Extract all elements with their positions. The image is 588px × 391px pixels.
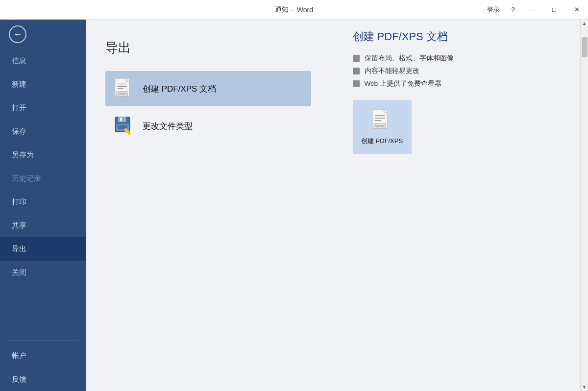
scroll-down-arrow[interactable]: ▼: [581, 383, 588, 391]
sidebar-item-new[interactable]: 新建: [0, 73, 86, 96]
pdf-xps-icon: [114, 78, 134, 99]
bullet-icon-2: [353, 68, 360, 74]
feature-item-1: 保留布局、格式、字体和图像: [353, 54, 566, 63]
create-pdf-button[interactable]: 创建 PDF/XPS: [353, 100, 412, 154]
sidebar-item-export[interactable]: 导出: [0, 237, 86, 261]
changetype-option-label: 更改文件类型: [143, 121, 193, 132]
feature-item-2: 内容不能轻易更改: [353, 67, 566, 75]
minimize-button[interactable]: —: [520, 0, 543, 20]
sidebar-item-open[interactable]: 打开: [0, 96, 86, 120]
sidebar-divider: [8, 341, 78, 341]
scroll-wrap: 导出: [86, 20, 588, 391]
sidebar-item-history: 历史记录: [0, 167, 86, 190]
sidebar-item-info[interactable]: 信息: [0, 49, 86, 73]
scroll-thumb[interactable]: [582, 37, 588, 57]
doc-title: 通知: [275, 5, 289, 14]
page-title: 导出: [105, 39, 318, 56]
back-circle-icon: ←: [9, 25, 26, 43]
sidebar-item-print[interactable]: 打印: [0, 190, 86, 214]
pdf-option-label: 创建 PDF/XPS 文档: [143, 83, 216, 95]
feature-item-3: Web 上提供了免费查看器: [353, 79, 566, 88]
content-area: 导出: [86, 20, 588, 391]
scrollbar[interactable]: ▲ ▼: [580, 20, 588, 391]
title-bar: 通知 - Word 登录 ? — □ ✕: [0, 0, 588, 20]
sidebar-item-feedback[interactable]: 反馈: [0, 367, 86, 391]
title-separator: -: [292, 6, 294, 14]
sidebar-item-account[interactable]: 帐户: [0, 344, 86, 367]
app-body: ← 信息 新建 打开 保存 另存为 历史记录 打印 共享 导出: [0, 20, 588, 391]
window-controls: 登录 ? — □ ✕: [481, 0, 588, 20]
content-inner: 导出: [86, 20, 580, 391]
sidebar: ← 信息 新建 打开 保存 另存为 历史记录 打印 共享 导出: [0, 20, 86, 391]
sidebar-item-saveas[interactable]: 另存为: [0, 143, 86, 167]
window-title: 通知 - Word: [275, 5, 313, 14]
main-panel: 导出: [86, 20, 333, 391]
export-option-pdf[interactable]: 创建 PDF/XPS 文档: [105, 71, 311, 106]
maximize-button[interactable]: □: [543, 0, 565, 20]
help-button[interactable]: ?: [506, 0, 520, 20]
create-pdf-button-icon: [371, 109, 393, 133]
floppy-icon: [114, 115, 134, 137]
export-option-changetype[interactable]: 更改文件类型: [105, 108, 311, 144]
scroll-up-arrow[interactable]: ▲: [581, 20, 588, 27]
export-options-list: 创建 PDF/XPS 文档: [105, 71, 311, 144]
sidebar-item-share[interactable]: 共享: [0, 214, 86, 237]
back-button[interactable]: ←: [0, 20, 86, 49]
svg-rect-20: [375, 125, 384, 127]
right-panel-title: 创建 PDF/XPS 文档: [353, 29, 566, 44]
close-button[interactable]: ✕: [565, 0, 588, 20]
app-name: Word: [297, 6, 313, 14]
feature-list: 保留布局、格式、字体和图像 内容不能轻易更改 Web 上提供了免费查看器: [353, 54, 566, 88]
sidebar-item-close[interactable]: 关闭: [0, 261, 86, 284]
create-btn-label: 创建 PDF/XPS: [361, 137, 403, 146]
svg-rect-9: [120, 118, 122, 121]
sidebar-item-save[interactable]: 保存: [0, 120, 86, 143]
sidebar-bottom: 帐户 反馈: [0, 338, 86, 391]
svg-rect-6: [118, 93, 126, 95]
bullet-icon-3: [353, 80, 360, 87]
login-button[interactable]: 登录: [481, 0, 506, 20]
right-panel: 创建 PDF/XPS 文档 保留布局、格式、字体和图像 内容不能轻易更改: [333, 20, 581, 391]
bullet-icon-1: [353, 55, 360, 62]
